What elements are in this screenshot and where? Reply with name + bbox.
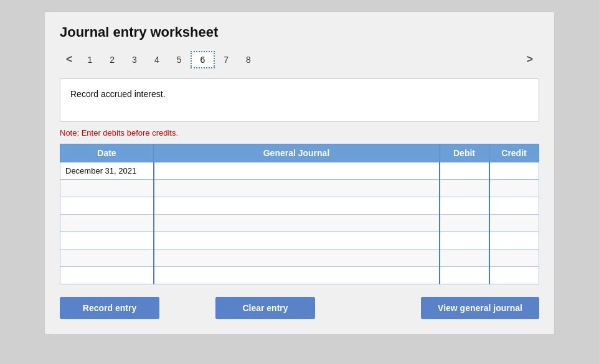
table-row [60,215,539,232]
debit-input-1[interactable] [444,184,485,193]
pagination-page-4[interactable]: 4 [146,52,168,67]
instruction-text: Record accrued interest. [70,89,166,99]
credit-cell-1[interactable] [489,180,539,197]
credit-input-3[interactable] [494,218,535,228]
date-input-6[interactable] [64,271,149,280]
debit-input-3[interactable] [444,218,485,228]
general-input-4[interactable] [158,236,435,245]
debit-cell-0[interactable] [440,162,489,180]
debit-cell-4[interactable] [440,232,489,250]
debit-input-6[interactable] [444,271,485,280]
note-text: Note: Enter debits before credits. [60,128,539,138]
col-header-debit: Debit [440,144,489,162]
table-row [60,162,539,180]
col-header-date: Date [60,144,154,162]
table-row [60,250,539,267]
pagination-next[interactable]: > [520,50,539,68]
credit-input-1[interactable] [494,184,535,193]
general-input-5[interactable] [158,253,435,263]
instruction-box: Record accrued interest. [60,78,539,122]
general-input-3[interactable] [158,218,435,228]
general-cell-2[interactable] [154,197,440,215]
general-cell-6[interactable] [154,267,440,284]
pagination-page-1[interactable]: 1 [79,52,101,67]
date-input-0[interactable] [64,166,149,175]
general-input-6[interactable] [158,271,435,280]
credit-cell-6[interactable] [489,267,539,284]
credit-input-4[interactable] [494,236,535,245]
date-input-2[interactable] [64,201,149,210]
pagination-page-6[interactable]: 6 [191,51,215,68]
col-header-credit: Credit [489,144,539,162]
credit-cell-3[interactable] [489,215,539,232]
journal-table: Date General Journal Debit Credit [60,144,539,284]
date-cell-5[interactable] [60,250,154,267]
pagination-page-7[interactable]: 7 [215,52,237,67]
pagination-page-2[interactable]: 2 [101,52,123,67]
credit-cell-5[interactable] [489,250,539,267]
page-title: Journal entry worksheet [60,24,539,40]
debit-input-0[interactable] [444,166,485,175]
date-input-3[interactable] [64,218,149,228]
record-entry-button[interactable]: Record entry [60,297,159,319]
debit-cell-2[interactable] [440,197,489,215]
date-cell-3[interactable] [60,215,154,232]
pagination-page-3[interactable]: 3 [123,52,146,67]
general-cell-0[interactable] [154,162,440,180]
general-input-2[interactable] [158,201,435,210]
credit-cell-0[interactable] [489,162,539,180]
table-row [60,232,539,250]
general-cell-3[interactable] [154,215,440,232]
date-input-4[interactable] [64,236,149,245]
pagination-page-5[interactable]: 5 [168,52,191,67]
date-cell-2[interactable] [60,197,154,215]
credit-cell-2[interactable] [489,197,539,215]
credit-input-2[interactable] [494,201,535,210]
debit-cell-3[interactable] [440,215,489,232]
debit-input-4[interactable] [444,236,485,245]
general-input-1[interactable] [158,184,435,193]
general-cell-4[interactable] [154,232,440,250]
buttons-row: Record entry Clear entry View general jo… [60,297,539,319]
debit-input-5[interactable] [444,253,485,263]
clear-entry-button[interactable]: Clear entry [215,297,315,319]
worksheet-container: Journal entry worksheet < 1 2 3 4 5 6 7 … [44,11,555,335]
debit-cell-6[interactable] [440,267,489,284]
debit-input-2[interactable] [444,201,485,210]
table-row [60,267,539,284]
date-cell-4[interactable] [60,232,154,250]
table-row [60,197,539,215]
col-header-general: General Journal [154,144,440,162]
general-input-0[interactable] [158,166,435,175]
date-cell-0[interactable] [60,162,154,180]
pagination: < 1 2 3 4 5 6 7 8 > [60,50,539,68]
debit-cell-5[interactable] [440,250,489,267]
credit-input-6[interactable] [494,271,535,280]
pagination-page-8[interactable]: 8 [237,52,260,67]
date-input-1[interactable] [64,184,149,193]
date-input-5[interactable] [64,253,149,263]
general-cell-1[interactable] [154,180,440,197]
general-cell-5[interactable] [154,250,440,267]
credit-input-5[interactable] [494,253,535,263]
credit-cell-4[interactable] [489,232,539,250]
date-cell-1[interactable] [60,180,154,197]
pagination-prev[interactable]: < [60,50,79,68]
date-cell-6[interactable] [60,267,154,284]
debit-cell-1[interactable] [440,180,489,197]
view-journal-button[interactable]: View general journal [421,297,539,319]
credit-input-0[interactable] [494,166,535,175]
table-row [60,180,539,197]
